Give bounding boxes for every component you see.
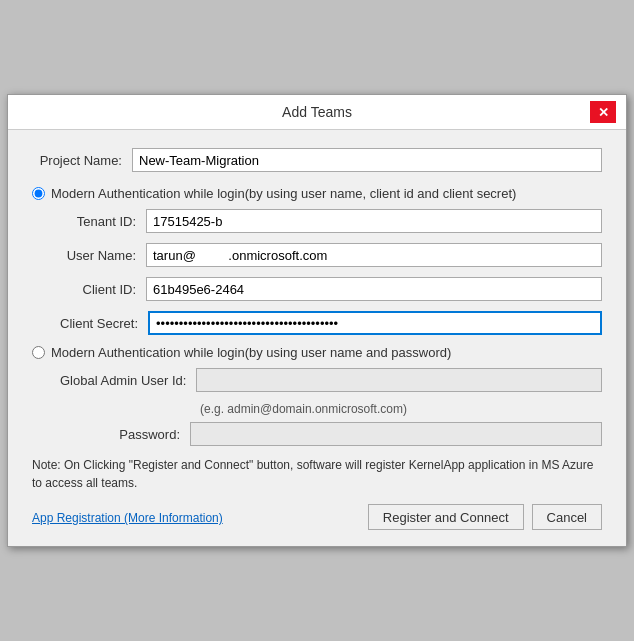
user-name-row: User Name:: [60, 243, 602, 267]
client-id-label: Client ID:: [60, 282, 146, 297]
tenant-id-input[interactable]: [146, 209, 602, 233]
radio2-label[interactable]: Modern Authentication while login(by usi…: [32, 345, 602, 360]
client-id-input[interactable]: [146, 277, 602, 301]
project-name-input[interactable]: [132, 148, 602, 172]
radio2-fields: Global Admin User Id: (e.g. admin@domain…: [32, 368, 602, 446]
radio1-label[interactable]: Modern Authentication while login(by usi…: [32, 186, 602, 201]
user-name-input[interactable]: [146, 243, 602, 267]
global-admin-input[interactable]: [196, 368, 602, 392]
global-admin-hint: (e.g. admin@domain.onmicrosoft.com): [60, 402, 602, 416]
app-registration-link[interactable]: App Registration (More Information): [32, 511, 223, 525]
global-admin-row: Global Admin User Id:: [60, 368, 602, 392]
user-name-label: User Name:: [60, 248, 146, 263]
project-name-row: Project Name:: [32, 148, 602, 172]
radio2-section: Modern Authentication while login(by usi…: [32, 345, 602, 446]
close-button[interactable]: ✕: [590, 101, 616, 123]
dialog-title: Add Teams: [44, 104, 590, 120]
client-secret-row: Client Secret:: [60, 311, 602, 335]
title-bar: Add Teams ✕: [8, 95, 626, 130]
action-buttons: Register and Connect Cancel: [368, 504, 602, 530]
project-name-label: Project Name:: [32, 153, 132, 168]
register-connect-button[interactable]: Register and Connect: [368, 504, 524, 530]
global-admin-label: Global Admin User Id:: [60, 373, 196, 388]
cancel-button[interactable]: Cancel: [532, 504, 602, 530]
radio1-section: Modern Authentication while login(by usi…: [32, 186, 602, 335]
radio1-input[interactable]: [32, 187, 45, 200]
tenant-id-row: Tenant ID:: [60, 209, 602, 233]
bottom-row: App Registration (More Information) Regi…: [32, 504, 602, 530]
radio1-fields: Tenant ID: User Name: Client ID: Client …: [32, 209, 602, 335]
dialog-body: Project Name: Modern Authentication whil…: [8, 130, 626, 546]
client-secret-input[interactable]: [148, 311, 602, 335]
client-id-row: Client ID:: [60, 277, 602, 301]
client-secret-label: Client Secret:: [60, 316, 148, 331]
radio2-input[interactable]: [32, 346, 45, 359]
tenant-id-label: Tenant ID:: [60, 214, 146, 229]
add-teams-dialog: Add Teams ✕ Project Name: Modern Authent…: [7, 94, 627, 547]
password-input[interactable]: [190, 422, 602, 446]
password-row: Password:: [60, 422, 602, 446]
note-text: Note: On Clicking "Register and Connect"…: [32, 456, 602, 492]
password-label: Password:: [60, 427, 190, 442]
